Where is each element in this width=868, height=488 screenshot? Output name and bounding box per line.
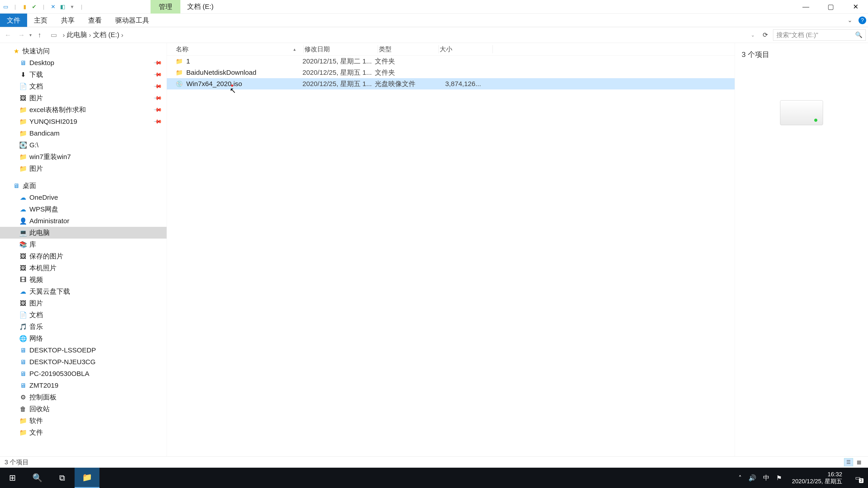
refresh-button[interactable]: ⟳ — [760, 29, 771, 41]
navigation-pane[interactable]: ★快速访问🖥Desktop📌⬇下载📌📄文档📌🖼图片📌📁excel表格制作求和📌📁… — [0, 43, 167, 456]
file-row[interactable]: 📁BaiduNetdiskDownload2020/12/25, 星期五 1..… — [167, 67, 735, 78]
nav-group-header[interactable]: 🖥桌面 — [0, 180, 166, 192]
nav-item[interactable]: 💽G:\ — [0, 139, 166, 151]
up-button[interactable]: ↑ — [34, 29, 45, 41]
nav-item[interactable]: 📁win7重装win7 — [0, 151, 166, 163]
nav-item[interactable]: 🎵音乐 — [0, 321, 166, 332]
nav-item[interactable]: 🖼本机照片 — [0, 262, 166, 274]
history-dropdown-icon[interactable]: ▾ — [29, 32, 32, 38]
nav-item[interactable]: 🖥DESKTOP-NJEU3CG — [0, 356, 166, 368]
search-input[interactable]: 搜索"文档 (E:)" 🔍 — [773, 29, 866, 41]
nav-group-header[interactable]: ★快速访问 — [0, 45, 166, 57]
minimize-button[interactable]: — — [794, 0, 818, 13]
tab-drive-tools[interactable]: 驱动器工具 — [108, 13, 156, 27]
nav-item-label: DESKTOP-NJEU3CG — [29, 358, 96, 366]
thumbnails-view-button[interactable]: ▦ — [855, 458, 864, 466]
nav-item[interactable]: 📁excel表格制作求和📌 — [0, 104, 166, 116]
nav-item[interactable]: 🖥Desktop📌 — [0, 57, 166, 69]
ime-indicator[interactable]: 中 — [763, 474, 770, 482]
address-bar[interactable]: ▭ › 此电脑 › 文档 (E:) › ⌄ — [48, 29, 757, 41]
breadcrumb-drive[interactable]: 文档 (E:) — [93, 30, 119, 39]
chevron-right-icon[interactable]: › — [63, 31, 65, 39]
ribbon-tabs: 文件 主页 共享 查看 驱动器工具 ⌄ ? — [0, 13, 868, 27]
check-icon[interactable]: ✔ — [31, 3, 37, 10]
maximize-button[interactable]: ▢ — [818, 0, 843, 13]
volume-icon[interactable]: 🔊 — [748, 474, 756, 482]
nav-item[interactable]: ⚙控制面板 — [0, 391, 166, 403]
file-explorer-taskbar-icon[interactable]: 📁 — [74, 468, 99, 488]
nav-item[interactable]: 🖼图片 — [0, 297, 166, 309]
task-view-button[interactable]: ⧉ — [50, 468, 74, 488]
nav-item[interactable]: ☁WPS网盘 — [0, 203, 166, 215]
tab-view[interactable]: 查看 — [81, 13, 108, 27]
clock[interactable]: 16:32 2020/12/25, 星期五 — [789, 471, 845, 485]
tray-overflow-icon[interactable]: ˄ — [739, 474, 742, 482]
column-separator[interactable] — [438, 45, 439, 53]
nav-item[interactable]: 🖥PC-20190530OBLA — [0, 368, 166, 380]
nav-item[interactable]: ☁OneDrive — [0, 192, 166, 203]
tab-share[interactable]: 共享 — [54, 13, 81, 27]
folder-icon[interactable]: ▮ — [21, 3, 28, 10]
nav-item[interactable]: 👤Administrator — [0, 215, 166, 227]
nav-item[interactable]: 📄文档📌 — [0, 80, 166, 92]
nav-item[interactable]: 🖥ZMT2019 — [0, 380, 166, 391]
pics-icon: 🖼 — [20, 264, 27, 271]
nav-item[interactable]: 📁Bandicam — [0, 127, 166, 139]
nav-item[interactable]: 📁YUNQISHI2019📌 — [0, 116, 166, 127]
nav-item-label: 本机照片 — [29, 263, 57, 273]
nav-item[interactable]: 📄文档 — [0, 309, 166, 321]
nav-item[interactable]: 🎞视频 — [0, 274, 166, 286]
delete-icon[interactable]: ✕ — [50, 3, 57, 10]
column-date[interactable]: 修改日期 — [305, 45, 377, 54]
nav-item[interactable]: 📚库 — [0, 238, 166, 250]
properties-icon[interactable]: ◧ — [59, 3, 66, 10]
start-button[interactable]: ⊞ — [0, 468, 25, 488]
column-type[interactable]: 类型 — [379, 45, 438, 54]
help-button[interactable]: ? — [857, 13, 868, 27]
pics-icon: 🖼 — [20, 300, 27, 307]
chevron-right-icon[interactable]: › — [89, 31, 91, 39]
nav-item-label: excel表格制作求和 — [29, 105, 86, 115]
close-button[interactable]: ✕ — [843, 0, 868, 13]
nav-item[interactable]: 🖥DESKTOP-LSSOEDP — [0, 344, 166, 356]
file-row[interactable]: 💿Win7x64_2020.iso2020/12/25, 星期五 1...光盘映… — [167, 78, 735, 90]
nav-item[interactable]: 🖼图片📌 — [0, 92, 166, 104]
nav-item[interactable]: ☁天翼云盘下载 — [0, 286, 166, 297]
security-icon[interactable]: ⚑ — [776, 474, 782, 482]
nav-item[interactable]: 📁软件 — [0, 415, 166, 427]
chevron-right-icon[interactable]: › — [121, 31, 123, 39]
breadcrumb-root[interactable]: 此电脑 — [67, 30, 87, 39]
search-icon[interactable]: 🔍 — [855, 31, 862, 38]
column-name[interactable]: 名称 ▴ — [167, 45, 303, 54]
nav-item[interactable]: 📁图片 — [0, 163, 166, 174]
ribbon-collapse-icon[interactable]: ⌄ — [843, 13, 857, 27]
tab-file[interactable]: 文件 — [0, 13, 27, 27]
nav-item[interactable]: 🖼保存的图片 — [0, 250, 166, 262]
qat-dropdown-icon[interactable]: ▾ — [69, 3, 75, 10]
pics-icon: 🖼 — [20, 94, 27, 102]
file-row[interactable]: 📁12020/12/15, 星期二 1...文件夹 — [167, 56, 735, 67]
action-center-button[interactable]: ▭ 3 — [852, 472, 864, 484]
clock-time: 16:32 — [792, 471, 842, 478]
column-size[interactable]: 大小 — [440, 45, 492, 54]
nav-item[interactable]: ⬇下载📌 — [0, 69, 166, 80]
search-button[interactable]: 🔍 — [25, 468, 50, 488]
nav-item[interactable]: 🌐网络 — [0, 332, 166, 344]
system-tray: ˄ 🔊 中 ⚑ 16:32 2020/12/25, 星期五 ▭ 3 — [739, 471, 868, 485]
details-view-button[interactable]: ☰ — [844, 458, 853, 466]
nav-item-label: G:\ — [29, 141, 38, 149]
nav-item[interactable]: 🗑回收站 — [0, 403, 166, 415]
column-separator[interactable] — [378, 45, 378, 53]
back-button[interactable]: ← — [2, 29, 13, 41]
qat-separator: | — [78, 3, 85, 10]
forward-button[interactable]: → — [16, 29, 27, 41]
file-name: Win7x64_2020.iso — [186, 80, 242, 88]
nav-item[interactable]: 💻此电脑 — [0, 227, 166, 238]
column-separator[interactable] — [303, 45, 304, 53]
contextual-tab[interactable]: 管理 — [151, 0, 180, 13]
desktop-icon: 🖥 — [20, 59, 27, 66]
nav-item[interactable]: 📁文件 — [0, 427, 166, 438]
tab-home[interactable]: 主页 — [27, 13, 54, 27]
nav-item-label: 保存的图片 — [29, 252, 63, 261]
address-dropdown-icon[interactable]: ⌄ — [751, 32, 755, 38]
